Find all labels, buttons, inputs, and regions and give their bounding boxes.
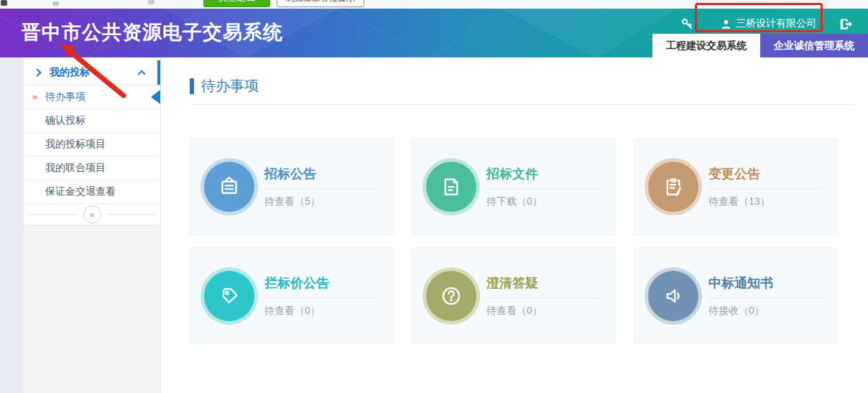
divider bbox=[29, 214, 78, 215]
card-text: 中标通知书 待接收（0） bbox=[708, 274, 823, 318]
card-separator bbox=[486, 297, 601, 298]
speaker-icon bbox=[648, 271, 698, 321]
sidebar-collapse-row: « bbox=[24, 204, 160, 225]
sidebar-item-label: 我的联合项目 bbox=[45, 162, 106, 175]
page-title-text: 待办事项 bbox=[201, 76, 259, 96]
sidebar-item-label: 确认投标 bbox=[45, 114, 86, 127]
card-text: 招标公告 待查看（5） bbox=[264, 165, 379, 208]
header-user-row: 三桥设计有限公司 bbox=[678, 14, 855, 33]
card-price-limit-announcement[interactable]: 拦标价公告 待查看（0） bbox=[190, 247, 393, 344]
system-tabs: 工程建设交易系统 企业诚信管理系统 bbox=[652, 34, 868, 57]
sidebar-item-confirm-bid[interactable]: 确认投标 bbox=[24, 109, 160, 133]
tab-enterprise-credit[interactable]: 企业诚信管理系统 bbox=[760, 34, 868, 57]
sidebar-group-my-bids[interactable]: 我的投标 bbox=[24, 60, 160, 85]
card-bid-announcement[interactable]: 招标公告 待查看（5） bbox=[190, 138, 393, 235]
sidebar-item-label: 我的投标项目 bbox=[45, 138, 106, 151]
card-clarification-qa[interactable]: 澄清答疑 待查看（0） bbox=[412, 247, 615, 344]
price-tag-icon bbox=[204, 271, 254, 321]
user-icon bbox=[721, 19, 731, 29]
chevron-up-icon[interactable] bbox=[137, 70, 145, 78]
chevron-right-icon bbox=[33, 68, 41, 76]
company-name: 三桥设计有限公司 bbox=[736, 17, 816, 30]
card-separator bbox=[486, 188, 601, 189]
card-separator bbox=[264, 188, 379, 189]
active-item-marker: » bbox=[32, 93, 37, 101]
card-text: 招标文件 待下载（0） bbox=[486, 165, 601, 208]
sidebar-group-label: 我的投标 bbox=[50, 66, 90, 79]
logout-icon[interactable] bbox=[836, 14, 855, 33]
sidebar-menu: » 待办事项 确认投标 我的投标项目 我的联合项目 保证金交退查看 bbox=[24, 85, 160, 204]
card-separator bbox=[708, 297, 823, 298]
card-title: 变更公告 bbox=[708, 165, 823, 182]
page-title-underline: 待办事项 bbox=[190, 76, 855, 105]
card-title: 拦标价公告 bbox=[264, 274, 379, 292]
sidebar-item-my-joint-projects[interactable]: 我的联合项目 bbox=[24, 157, 160, 180]
card-text: 澄清答疑 待查看（0） bbox=[486, 274, 601, 318]
card-text: 变更公告 待查看（13） bbox=[708, 165, 823, 208]
browser-fragment bbox=[1, 0, 7, 6]
card-status: 待查看（13） bbox=[708, 195, 823, 208]
card-award-notice[interactable]: 中标通知书 待接收（0） bbox=[634, 247, 837, 344]
sidebar-item-todo[interactable]: » 待办事项 bbox=[24, 85, 160, 109]
title-accent-bar bbox=[190, 78, 194, 94]
card-status: 待查看（0） bbox=[264, 305, 379, 318]
tab-construction-trading[interactable]: 工程建设交易系统 bbox=[652, 34, 760, 57]
card-title: 招标公告 bbox=[264, 165, 379, 182]
document-icon bbox=[426, 162, 476, 212]
card-separator bbox=[264, 297, 379, 298]
card-title: 中标通知书 bbox=[708, 274, 823, 292]
card-change-announcement[interactable]: 变更公告 待查看（13） bbox=[634, 138, 837, 235]
clipboard-edit-icon bbox=[648, 162, 698, 212]
question-icon bbox=[426, 271, 476, 321]
app-header: 晋中市公共资源电子交易系统 三桥设计有限公司 工程建设交易系统 企业诚信管理系统 bbox=[0, 9, 868, 57]
sidebar: 我的投标 » 待办事项 确认投标 我的投标项目 我的联合项目 保证金交退查看 « bbox=[24, 57, 161, 393]
card-title: 澄清答疑 bbox=[486, 274, 601, 292]
browser-fragment bbox=[52, 1, 59, 6]
current-user-chip[interactable]: 三桥设计有限公司 bbox=[721, 17, 816, 30]
sidebar-item-my-bid-projects[interactable]: 我的投标项目 bbox=[24, 133, 160, 157]
browser-tip-button[interactable]: 浏览器兼容性提示 bbox=[277, 0, 364, 7]
main-content: 待办事项 招标公告 待查看（5） bbox=[161, 57, 868, 393]
announcement-icon bbox=[204, 162, 254, 212]
sidebar-empty-area bbox=[24, 225, 160, 393]
key-icon[interactable] bbox=[678, 14, 696, 33]
card-status: 待查看（0） bbox=[486, 305, 601, 318]
card-status: 待查看（5） bbox=[264, 195, 379, 208]
card-bid-documents[interactable]: 招标文件 待下载（0） bbox=[412, 138, 615, 235]
sidebar-collapse-button[interactable]: « bbox=[83, 205, 101, 223]
browser-fragment bbox=[148, 0, 154, 4]
sidebar-item-deposit-check[interactable]: 保证金交退查看 bbox=[24, 180, 160, 204]
card-text: 拦标价公告 待查看（0） bbox=[264, 274, 379, 318]
page-body: 我的投标 » 待办事项 确认投标 我的投标项目 我的联合项目 保证金交退查看 « bbox=[0, 57, 868, 393]
page-title: 待办事项 bbox=[190, 76, 855, 96]
safe-exit-button[interactable]: 安全退出 bbox=[203, 0, 270, 7]
card-status: 待下载（0） bbox=[486, 195, 601, 208]
left-rail bbox=[0, 57, 24, 393]
todo-cards-grid: 招标公告 待查看（5） 招标文件 待下载（0） bbox=[190, 138, 855, 344]
sidebar-item-label: 待办事项 bbox=[45, 91, 86, 103]
card-status: 待接收（0） bbox=[708, 305, 823, 318]
card-title: 招标文件 bbox=[486, 165, 601, 182]
card-separator bbox=[708, 188, 823, 189]
app-title: 晋中市公共资源电子交易系统 bbox=[22, 19, 283, 45]
sidebar-item-label: 保证金交退查看 bbox=[45, 185, 116, 198]
divider bbox=[107, 214, 155, 215]
browser-top-strip: 安全退出 浏览器兼容性提示 bbox=[0, 0, 868, 9]
